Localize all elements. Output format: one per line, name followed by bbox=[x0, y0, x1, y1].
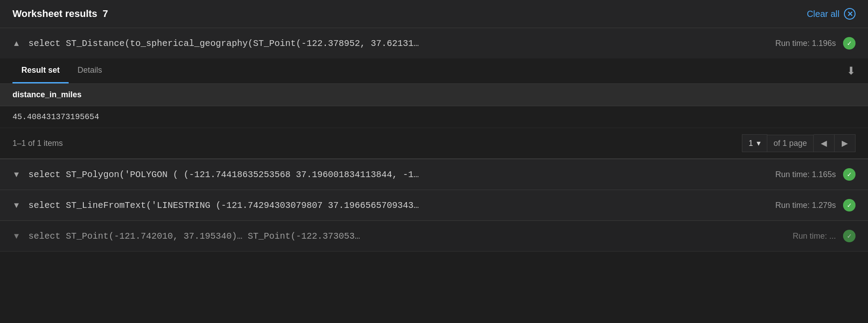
chevron-up-icon: ▲ bbox=[12, 39, 20, 48]
result-block-2: ▼ select ST_Polygon('POLYGON ( (-121.744… bbox=[0, 159, 868, 190]
column-header-distance: distance_in_miles bbox=[12, 90, 82, 99]
success-icon-3: ✓ bbox=[843, 199, 856, 211]
chevron-right-icon: ▶ bbox=[842, 138, 848, 148]
tab-result-set-label: Result set bbox=[21, 66, 60, 75]
tab-result-set[interactable]: Result set bbox=[12, 58, 69, 83]
query-text-3: select ST_LineFromText('LINESTRING (-121… bbox=[29, 200, 419, 211]
success-icon-4: ✓ bbox=[843, 230, 856, 242]
clear-all-label: Clear all bbox=[807, 9, 839, 19]
result-header-left-1: ▲ select ST_Distance(to_spherical_geogra… bbox=[12, 38, 419, 49]
next-page-button[interactable]: ▶ bbox=[835, 134, 856, 152]
result-header-right-4: Run time: ... ✓ bbox=[793, 230, 856, 242]
worksheet-results-title: Worksheet results bbox=[12, 8, 97, 20]
chevron-left-icon: ◀ bbox=[821, 138, 827, 148]
worksheet-results-header: Worksheet results 7 Clear all ✕ bbox=[0, 0, 868, 28]
download-icon: ⬇ bbox=[847, 65, 856, 77]
of-page-text: of 1 page bbox=[767, 135, 814, 152]
page-selector[interactable]: 1 ▾ bbox=[742, 134, 767, 152]
table-row-1: 45.408431373195654 bbox=[0, 106, 868, 128]
success-icon-2: ✓ bbox=[843, 168, 856, 181]
tabs-row-1: Result set Details ⬇ bbox=[0, 58, 868, 84]
result-block-1: ▲ select ST_Distance(to_spherical_geogra… bbox=[0, 28, 868, 159]
expand-button-2[interactable]: ▼ bbox=[12, 170, 20, 179]
result-header-1: ▲ select ST_Distance(to_spherical_geogra… bbox=[0, 28, 868, 58]
query-text-4: select ST_Point(-121.742010, 37.195340)…… bbox=[29, 231, 360, 241]
tab-details-label: Details bbox=[78, 66, 102, 75]
query-text-2: select ST_Polygon('POLYGON ( (-121.74418… bbox=[29, 170, 419, 180]
run-time-3: Run time: 1.279s bbox=[775, 201, 836, 210]
result-header-left-3: ▼ select ST_LineFromText('LINESTRING (-1… bbox=[12, 200, 419, 211]
close-circle-icon: ✕ bbox=[844, 8, 856, 20]
tab-details[interactable]: Details bbox=[69, 58, 111, 83]
expand-button-3[interactable]: ▼ bbox=[12, 201, 20, 210]
result-block-3: ▼ select ST_LineFromText('LINESTRING (-1… bbox=[0, 190, 868, 221]
table-header-1: distance_in_miles bbox=[0, 84, 868, 106]
download-button[interactable]: ⬇ bbox=[847, 65, 856, 77]
chevron-down-icon-2: ▼ bbox=[12, 170, 20, 179]
chevron-down-icon-4: ▼ bbox=[12, 232, 20, 241]
results-count: 7 bbox=[102, 8, 108, 20]
run-time-4: Run time: ... bbox=[793, 232, 836, 241]
current-page: 1 bbox=[749, 139, 753, 148]
result-header-right-2: Run time: 1.165s ✓ bbox=[775, 168, 856, 181]
run-time-2: Run time: 1.165s bbox=[775, 170, 836, 179]
pagination-controls-1: 1 ▾ of 1 page ◀ ▶ bbox=[742, 134, 856, 152]
result-header-right-3: Run time: 1.279s ✓ bbox=[775, 199, 856, 211]
expand-button-4[interactable]: ▼ bbox=[12, 232, 20, 241]
clear-all-button[interactable]: Clear all ✕ bbox=[807, 8, 856, 20]
cell-distance-value: 45.408431373195654 bbox=[12, 112, 99, 121]
chevron-down-icon-3: ▼ bbox=[12, 201, 20, 210]
result-header-right-1: Run time: 1.196s ✓ bbox=[775, 37, 856, 50]
header-left: Worksheet results 7 bbox=[12, 8, 108, 20]
collapse-button-1[interactable]: ▲ bbox=[12, 39, 20, 48]
result-table-1: distance_in_miles 45.408431373195654 bbox=[0, 84, 868, 128]
result-header-left-2: ▼ select ST_Polygon('POLYGON ( (-121.744… bbox=[12, 170, 419, 180]
result-header-left-4: ▼ select ST_Point(-121.742010, 37.195340… bbox=[12, 231, 360, 241]
result-block-4: ▼ select ST_Point(-121.742010, 37.195340… bbox=[0, 221, 868, 252]
prev-page-button[interactable]: ◀ bbox=[814, 134, 835, 152]
success-icon-1: ✓ bbox=[843, 37, 856, 50]
page-dropdown-icon: ▾ bbox=[757, 138, 761, 148]
run-time-1: Run time: 1.196s bbox=[775, 39, 836, 48]
pagination-info-1: 1–1 of 1 items bbox=[12, 139, 63, 148]
pagination-row-1: 1–1 of 1 items 1 ▾ of 1 page ◀ ▶ bbox=[0, 128, 868, 159]
tabs-1: Result set Details bbox=[12, 58, 111, 83]
query-text-1: select ST_Distance(to_spherical_geograph… bbox=[29, 38, 419, 49]
